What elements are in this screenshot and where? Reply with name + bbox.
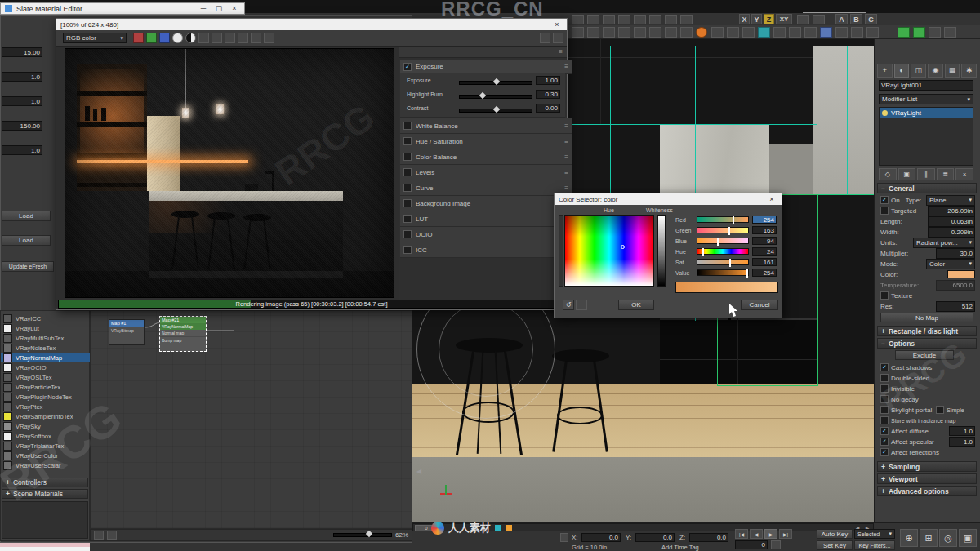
schematic-view-icon[interactable] xyxy=(742,27,755,38)
exposure-checkbox[interactable]: ✓ xyxy=(403,63,412,71)
exposure-value-field[interactable]: 1.00 xyxy=(536,76,560,85)
param-spinner[interactable]: 150.00 xyxy=(2,121,42,131)
close-icon[interactable]: × xyxy=(551,20,563,30)
length-field[interactable]: 0.063in xyxy=(928,216,975,227)
list-item[interactable]: VRayPluginNodeTex xyxy=(1,392,93,402)
unlink-icon[interactable] xyxy=(618,15,630,24)
on-checkbox[interactable]: ✓ xyxy=(880,196,889,204)
smart-scale-icon[interactable] xyxy=(820,27,832,38)
modifier-stack-item[interactable]: VRayLight xyxy=(880,108,973,118)
store-irradiance-checkbox[interactable] xyxy=(880,416,889,424)
correction-row-exposure[interactable]: ✓ Exposure ≡ xyxy=(400,60,572,74)
create-tab-icon[interactable]: + xyxy=(877,64,893,78)
graph-editors-icon[interactable] xyxy=(618,27,630,38)
clear-image-icon[interactable] xyxy=(212,33,222,43)
close-icon[interactable]: × xyxy=(229,3,240,14)
whiteness-strip[interactable] xyxy=(657,215,666,287)
align-c-icon[interactable]: C xyxy=(865,14,877,24)
close-icon[interactable]: × xyxy=(766,194,777,205)
list-item[interactable]: VRayICC xyxy=(1,313,93,323)
correction-row[interactable]: Color Balance≡ xyxy=(400,149,572,165)
remove-modifier-icon[interactable]: × xyxy=(956,168,973,180)
go-to-start-button[interactable]: |◀ xyxy=(735,529,748,539)
multiplier-field[interactable]: 30.0 xyxy=(936,248,975,259)
color-selector-titlebar[interactable]: Color Selector: color × xyxy=(555,193,782,205)
curve-editor-icon[interactable] xyxy=(727,27,739,38)
redo-icon[interactable] xyxy=(587,15,599,24)
temperature-field[interactable]: 6500.0 xyxy=(936,280,975,291)
axis-constraint-y[interactable]: Y xyxy=(751,14,762,24)
background-image-checkbox[interactable] xyxy=(403,199,412,207)
list-item[interactable]: VRayNoiseTex xyxy=(1,343,93,353)
icc-checkbox[interactable] xyxy=(403,246,412,254)
maximize-icon[interactable]: ▢ xyxy=(213,3,225,14)
maximize-viewport-icon[interactable]: ▣ xyxy=(959,529,977,547)
select-object-icon[interactable] xyxy=(649,15,662,24)
hue-slider[interactable] xyxy=(697,248,749,255)
render-last-icon[interactable] xyxy=(553,33,564,43)
coord-y-field[interactable]: 0.0 xyxy=(635,533,675,542)
list-item[interactable]: VRayParticleTex xyxy=(1,382,93,392)
levels-checkbox[interactable] xyxy=(403,168,412,176)
srgb-toggle-icon[interactable] xyxy=(185,33,196,43)
rollout-viewport[interactable]: +Viewport xyxy=(877,473,977,484)
vfb-titlebar[interactable]: [100% of 624 x 480] × xyxy=(56,19,567,30)
list-item[interactable]: VRayTriplanarTex xyxy=(1,441,93,451)
skylight-portal-checkbox[interactable] xyxy=(880,406,889,414)
object-name-field[interactable]: VRayLight001 xyxy=(879,80,973,91)
zoom-icon[interactable]: ⊕ xyxy=(900,529,918,547)
follow-mouse-icon[interactable] xyxy=(264,33,274,43)
select-by-name-icon[interactable] xyxy=(665,15,677,24)
rendered-frame-icon[interactable] xyxy=(665,27,677,38)
utilities-icon[interactable] xyxy=(866,27,879,38)
mono-channel-icon[interactable] xyxy=(172,33,183,43)
render-setup-icon[interactable] xyxy=(649,27,662,38)
exposure-slider[interactable] xyxy=(459,81,532,85)
texture-map-button[interactable]: No Map xyxy=(880,313,973,322)
ocio-checkbox[interactable] xyxy=(403,230,412,238)
hue-spectrum[interactable] xyxy=(564,215,654,287)
vray-render-icon[interactable] xyxy=(898,27,910,38)
play-button[interactable]: ▶ xyxy=(764,529,777,539)
display-tab-icon[interactable]: ▦ xyxy=(945,64,960,78)
menu-icon[interactable]: ≡ xyxy=(564,122,568,130)
list-item[interactable]: VRayOCIO xyxy=(1,362,93,372)
cast-shadows-checkbox[interactable]: ✓ xyxy=(880,363,889,371)
add-time-tag[interactable]: Add Time Tag xyxy=(662,544,699,551)
slider-handle[interactable] xyxy=(493,78,500,85)
menu-icon[interactable]: ≡ xyxy=(564,169,568,176)
blue-value-field[interactable]: 94 xyxy=(752,237,777,245)
load-button[interactable]: Load xyxy=(2,211,51,221)
correction-row[interactable]: Levels≡ xyxy=(400,165,572,180)
no-decay-checkbox[interactable] xyxy=(880,395,889,403)
param-spinner[interactable]: 1.0 xyxy=(2,72,42,82)
width-field[interactable]: 0.209in xyxy=(928,227,975,238)
current-frame-field[interactable]: 0 xyxy=(735,540,768,549)
menu-icon[interactable]: ≡ xyxy=(564,138,568,145)
highlight-burn-value-field[interactable]: 0.30 xyxy=(536,90,560,99)
set-key-button[interactable]: Set Key xyxy=(817,540,853,550)
selection-lock-icon[interactable] xyxy=(560,533,568,542)
array-icon[interactable] xyxy=(835,27,848,38)
correction-row[interactable]: White Balance≡ xyxy=(400,118,572,134)
list-item[interactable]: VRaySamplerInfoTex xyxy=(1,411,93,421)
rollout-options[interactable]: −Options xyxy=(877,338,977,349)
green-value-field[interactable]: 163 xyxy=(752,226,777,234)
lock-icon[interactable] xyxy=(94,531,104,540)
pin-stack-icon[interactable]: ◇ xyxy=(879,168,897,180)
menu-icon[interactable]: ≡ xyxy=(564,63,568,70)
material-editor-toolbar-icon[interactable] xyxy=(634,27,646,38)
double-sided-checkbox[interactable] xyxy=(880,374,889,382)
teapot-render-icon[interactable] xyxy=(929,27,941,38)
list-item[interactable]: VRayUserScalar xyxy=(1,460,93,470)
white-balance-checkbox[interactable] xyxy=(403,122,412,130)
save-image-icon[interactable] xyxy=(198,33,209,43)
show-end-result-icon[interactable]: ▣ xyxy=(898,168,916,180)
modifier-stack[interactable]: VRayLight xyxy=(879,107,973,166)
time-slider-handle[interactable]: 0 xyxy=(415,525,438,531)
selection-set-dropdown[interactable]: Selected▾ xyxy=(854,529,895,539)
red-slider[interactable] xyxy=(697,216,749,223)
vray-toolbar-icon[interactable] xyxy=(758,27,770,38)
utilities-tab-icon[interactable]: ✱ xyxy=(961,64,977,78)
snap-settings-icon[interactable] xyxy=(773,27,786,38)
